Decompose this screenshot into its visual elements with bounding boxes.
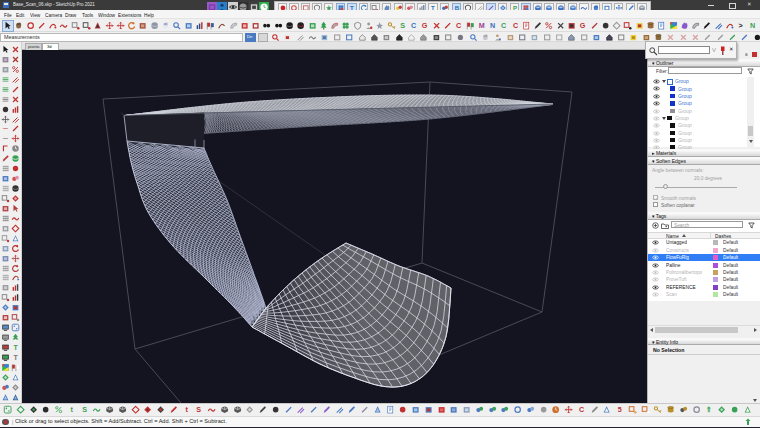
svg-text:C: C — [456, 22, 461, 30]
svg-text:─: ─ — [2, 125, 8, 132]
svg-text:C: C — [501, 22, 506, 30]
svg-text:G: G — [422, 22, 428, 30]
svg-text:S: S — [400, 22, 405, 30]
svg-text:T: T — [13, 354, 18, 361]
svg-text:C: C — [513, 22, 518, 30]
svg-text:N: N — [750, 22, 755, 30]
svg-text:G: G — [580, 22, 586, 30]
svg-text:S: S — [196, 406, 201, 414]
svg-text:N: N — [490, 22, 495, 30]
svg-text:S: S — [82, 406, 87, 414]
svg-text:─: ─ — [2, 135, 8, 142]
svg-text:C: C — [579, 406, 584, 414]
svg-text:t: t — [185, 406, 188, 414]
svg-text:>: > — [739, 22, 743, 30]
svg-text:M: M — [478, 22, 484, 30]
svg-text:C: C — [411, 22, 416, 30]
svg-text:T: T — [13, 344, 18, 351]
svg-text:t: t — [70, 406, 73, 414]
svg-text:⇑: ⇑ — [706, 406, 712, 414]
svg-text:5: 5 — [618, 406, 622, 414]
